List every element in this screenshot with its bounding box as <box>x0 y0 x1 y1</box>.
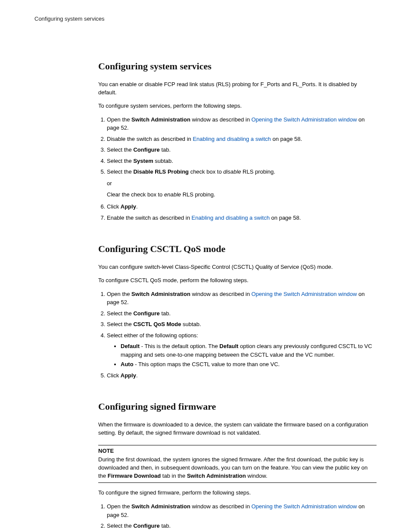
step: Click Apply. <box>107 371 377 380</box>
step: Select the CSCTL QoS Mode subtab. <box>107 320 377 329</box>
option-auto: Auto - This option maps the CSCTL value … <box>121 360 377 369</box>
heading-signed-firmware: Configuring signed firmware <box>98 401 377 412</box>
step: Select the Configure tab. <box>107 522 377 530</box>
step: Select either of the following options: … <box>107 331 377 369</box>
step: Open the Switch Administration window as… <box>107 502 377 519</box>
heading-system-services: Configuring system services <box>98 61 377 72</box>
running-header: Configuring system services <box>34 16 377 22</box>
link-opening-switch-admin[interactable]: Opening the Switch Administration window <box>252 503 357 510</box>
para: To configure system services, perform th… <box>98 102 377 110</box>
note-label: NOTE <box>98 447 377 455</box>
step-or: or <box>107 180 377 188</box>
link-opening-switch-admin[interactable]: Opening the Switch Administration window <box>252 291 357 297</box>
step: Disable the switch as described in Enabl… <box>107 135 377 143</box>
step: Select the Disable RLS Probing check box… <box>107 168 377 199</box>
step: Select the System subtab. <box>107 157 377 165</box>
link-enabling-disabling-switch[interactable]: Enabling and disabling a switch <box>192 215 270 221</box>
steps-list: Open the Switch Administration window as… <box>98 502 377 532</box>
note-block: NOTE During the first download, the syst… <box>98 445 377 483</box>
para: You can configure switch-level Class-Spe… <box>98 263 377 271</box>
link-enabling-disabling-switch[interactable]: Enabling and disabling a switch <box>193 136 271 142</box>
step: Enable the switch as described in Enabli… <box>107 214 377 222</box>
step: Select the Configure tab. <box>107 309 377 318</box>
steps-list: Open the Switch Administration window as… <box>98 290 377 380</box>
options-list: Default - This is the default option. Th… <box>107 342 377 369</box>
step: Open the Switch Administration window as… <box>107 290 377 307</box>
step: Open the Switch Administration window as… <box>107 115 377 132</box>
link-opening-switch-admin[interactable]: Opening the Switch Administration window <box>252 116 357 123</box>
para: You can enable or disable FCP read link … <box>98 81 377 97</box>
step-clear: Clear the check box to enable RLS probin… <box>107 191 377 199</box>
step: Click Apply. <box>107 202 377 211</box>
step: Select the Configure tab. <box>107 146 377 154</box>
para: To configure CSCTL QoS mode, perform the… <box>98 277 377 285</box>
steps-list: Open the Switch Administration window as… <box>98 115 377 222</box>
heading-csctl-qos: Configuring CSCTL QoS mode <box>98 243 377 255</box>
para: When the firmware is downloaded to a dev… <box>98 421 377 437</box>
para: To configure the signed firmware, perfor… <box>98 489 377 497</box>
option-default: Default - This is the default option. Th… <box>121 342 377 359</box>
